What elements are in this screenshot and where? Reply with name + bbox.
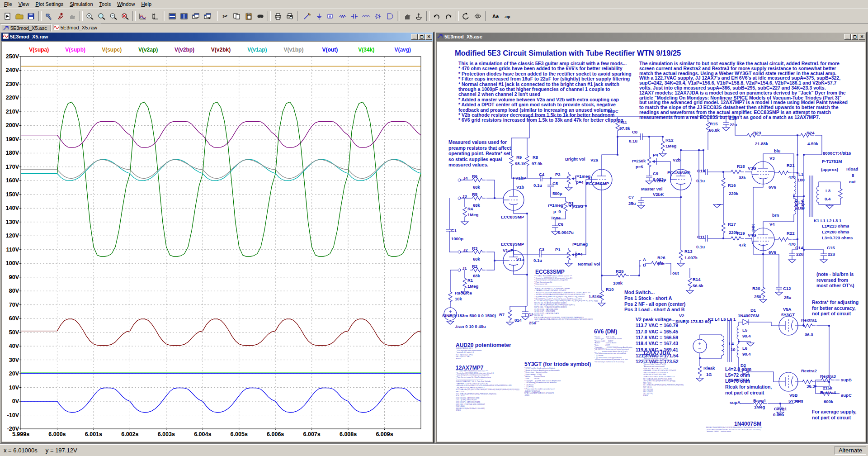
model-header: 1N4007SM <box>734 421 761 427</box>
component-label: J2 <box>463 247 468 252</box>
menu-window[interactable]: Window <box>114 0 138 8</box>
schematic-canvas[interactable]: Modified 5E3 Circuit Simulation with Tub… <box>437 42 865 442</box>
component-label: p=9 <box>553 209 561 214</box>
schematic-annotation: * Filter caps increased from 16uF to 22u… <box>458 76 630 81</box>
schematic-annotation: not part of circuit <box>725 390 764 395</box>
legend-V(out)[interactable]: V(out) <box>322 47 338 53</box>
trace-V(v2bk)[interactable] <box>21 319 428 346</box>
legend-V(34k)[interactable]: V(34k) <box>358 47 374 53</box>
schematic-canvas-area[interactable]: Modified 5E3 Circuit Simulation with Tub… <box>436 41 866 442</box>
trace-V(out)[interactable] <box>21 388 428 413</box>
print-button[interactable] <box>272 11 284 22</box>
component-label: P2 <box>555 172 561 177</box>
menu-simulation[interactable]: Simulation <box>66 0 96 8</box>
move-tool-button[interactable] <box>401 11 413 22</box>
trace-V(v1bp)[interactable] <box>21 160 428 179</box>
copy-button[interactable] <box>231 11 243 22</box>
schematic-window: 5E3mod_X5.asc _ ▢ ✕ Modified 5E3 Circuit… <box>435 32 867 443</box>
y-axis-label: 100V <box>6 260 19 266</box>
diode-icon <box>374 13 382 20</box>
arrange-windows-button[interactable] <box>202 11 213 22</box>
ground-tool-button[interactable] <box>313 11 325 22</box>
open-file-button[interactable] <box>14 11 25 22</box>
legend-V(v2ap)[interactable]: V(v2ap) <box>138 47 158 53</box>
component-label: ECC83SMP <box>586 181 609 186</box>
menu-help[interactable]: Help <box>138 0 155 8</box>
run-simulation-button[interactable] <box>55 11 66 22</box>
undo-button[interactable] <box>431 11 443 22</box>
component-label: 10k <box>455 296 462 301</box>
zoom-back-button[interactable] <box>96 11 108 22</box>
wire-tool-button[interactable] <box>302 11 313 22</box>
menu-view[interactable]: View <box>15 0 33 8</box>
component-label: 0.1u <box>533 183 542 188</box>
zoom-in-button[interactable] <box>84 11 96 22</box>
legend-V(supb)[interactable]: V(supb) <box>65 47 85 53</box>
redo-button[interactable] <box>443 11 454 22</box>
tile-horizontal-button[interactable] <box>166 11 178 22</box>
tile-vertical-button[interactable] <box>178 11 190 22</box>
arrange-icon <box>203 13 212 20</box>
component-label: C5 <box>552 181 558 186</box>
text-tool-button[interactable]: Aa <box>490 11 501 22</box>
print-preview-button[interactable] <box>284 11 296 22</box>
component-label: V4 <box>769 222 775 227</box>
halt-simulation-button[interactable] <box>66 11 78 22</box>
schematic-annotation: Rleak for simulation, <box>725 384 772 390</box>
tab-5E3mod_X5.raw[interactable]: 5E3mod_X5.raw <box>51 24 101 32</box>
legend-V(v1ap)[interactable]: V(v1ap) <box>247 47 267 53</box>
legend-V(v1bp)[interactable]: V(v1bp) <box>283 47 303 53</box>
rotate-tool-button[interactable] <box>460 11 472 22</box>
control-panel-button[interactable] <box>43 11 55 22</box>
maximize-button[interactable]: ▢ <box>418 34 425 40</box>
menu-tools[interactable]: Tools <box>96 0 114 8</box>
component-label: 0.05u <box>773 412 784 417</box>
paste-button[interactable] <box>243 11 255 22</box>
component-label: 97.8k <box>619 126 630 131</box>
legend-V(supa)[interactable]: V(supa) <box>29 47 49 53</box>
minimize-button[interactable]: _ <box>844 34 851 40</box>
legend-V(v2bp)[interactable]: V(v2bp) <box>175 47 194 53</box>
legend-V(v2bk)[interactable]: V(v2bk) <box>211 47 231 53</box>
component-label: 1.007k <box>684 255 698 260</box>
waveform-plot[interactable]: V(supa)V(supb)V(supc)V(v2ap)V(v2bp)V(v2b… <box>2 42 432 442</box>
tab-5E3mod_X5.asc[interactable]: 5E3mod_X5.asc <box>1 24 51 32</box>
inductor-tool-button[interactable] <box>360 11 372 22</box>
find-button[interactable] <box>255 11 266 22</box>
cut-button[interactable]: ✂ <box>219 11 231 22</box>
trace-V(v2bp)[interactable] <box>21 121 428 147</box>
menu-file[interactable]: File <box>1 0 15 8</box>
waveform-plot-area[interactable]: V(supa)V(supb)V(supc)V(v2ap)V(v2bp)V(v2b… <box>1 41 433 442</box>
legend-V(avg)[interactable]: V(avg) <box>394 47 411 53</box>
capacitor-tool-button[interactable] <box>349 11 360 22</box>
component-label: C6 <box>558 222 563 227</box>
component-label: supC <box>841 393 852 398</box>
component-label: Rload <box>846 166 858 171</box>
new-schematic-button[interactable] <box>2 11 14 22</box>
diode-tool-button[interactable] <box>372 11 384 22</box>
cascade-windows-button[interactable] <box>190 11 202 22</box>
save-button[interactable] <box>25 11 37 22</box>
minimize-button[interactable]: _ <box>411 34 418 40</box>
component-label: 98.1k <box>515 161 526 166</box>
net-label-tool-button[interactable]: A <box>325 11 337 22</box>
drag-tool-button[interactable] <box>413 11 425 22</box>
zoom-out-button[interactable] <box>108 11 119 22</box>
legend-V(supc)[interactable]: V(supc) <box>102 47 122 53</box>
spice-directive-button[interactable]: .op <box>501 11 513 22</box>
component-label: R5 <box>472 192 477 197</box>
maximize-button[interactable]: ▢ <box>851 34 858 40</box>
waveform-window-titlebar[interactable]: 5E3mod_X5.raw _ ▢ ✕ <box>1 33 433 41</box>
menu-plot-settings[interactable]: Plot Settings <box>32 0 66 8</box>
autorange-button[interactable] <box>149 11 160 22</box>
close-button[interactable]: ✕ <box>859 34 865 40</box>
component-label: .tran 0 10 0 40u <box>455 324 486 329</box>
resistor-tool-button[interactable] <box>337 11 349 22</box>
close-button[interactable]: ✕ <box>425 34 432 40</box>
component-tool-button[interactable] <box>384 11 396 22</box>
zoom-full-extents-button[interactable] <box>119 11 131 22</box>
mirror-tool-button[interactable] <box>472 11 484 22</box>
waveform-pane-button[interactable] <box>137 11 149 22</box>
component-label: C9 <box>653 171 658 176</box>
schematic-window-titlebar[interactable]: 5E3mod_X5.asc _ ▢ ✕ <box>436 33 866 41</box>
